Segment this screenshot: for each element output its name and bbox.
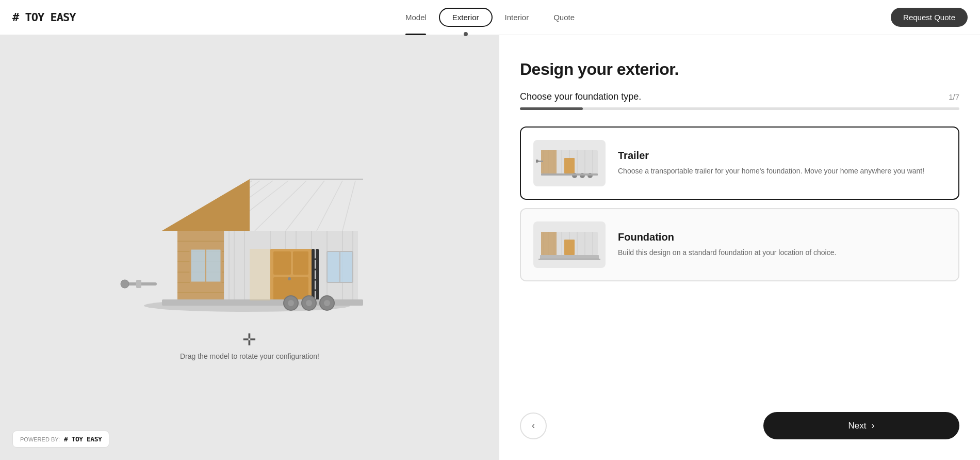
request-quote-button[interactable]: Request Quote — [891, 8, 968, 27]
drag-hint: ✛ Drag the model to rotate your configur… — [180, 331, 319, 360]
svg-rect-36 — [273, 251, 291, 275]
main-layout: ✛ Drag the model to rotate your configur… — [0, 0, 980, 460]
svg-point-2 — [121, 280, 129, 288]
svg-rect-37 — [293, 251, 308, 275]
tab-model-underline — [405, 34, 426, 35]
powered-by-label: POWERED BY: — [20, 436, 60, 442]
back-button[interactable]: ‹ — [520, 413, 547, 439]
trailer-title: Trailer — [618, 150, 946, 162]
svg-point-54 — [306, 300, 312, 306]
trailer-description: Choose a transportable trailer for your … — [618, 166, 946, 177]
bottom-nav: ‹ Next › — [520, 395, 959, 439]
model-3d-view[interactable] — [110, 135, 389, 321]
move-icon: ✛ — [242, 331, 256, 348]
svg-rect-67 — [541, 150, 557, 173]
step-label: Choose your foundation type. — [520, 91, 641, 102]
svg-rect-3 — [136, 280, 141, 288]
svg-marker-34 — [162, 179, 250, 231]
tab-exterior[interactable]: Exterior — [439, 8, 493, 27]
svg-rect-85 — [564, 240, 575, 255]
model-viewer-panel: ✛ Drag the model to rotate your configur… — [0, 35, 499, 460]
svg-point-39 — [288, 277, 291, 280]
foundation-thumbnail — [533, 221, 606, 268]
foundation-info: Foundation Build this design on a standa… — [618, 231, 946, 258]
logo: # TOY EASY — [12, 11, 75, 24]
foundation-option[interactable]: Foundation Build this design on a standa… — [520, 208, 959, 281]
next-label: Next — [848, 421, 867, 431]
next-chevron-icon: › — [871, 420, 874, 431]
powered-by-badge: POWERED BY: # TOY EASY — [12, 431, 109, 448]
progress-track — [520, 107, 959, 110]
model-container: ✛ Drag the model to rotate your configur… — [0, 35, 499, 460]
foundation-title: Foundation — [618, 231, 946, 243]
page-title: Design your exterior. — [520, 60, 959, 79]
svg-point-73 — [536, 160, 538, 163]
header: # TOY EASY Model Exterior Interior Quote… — [0, 0, 980, 35]
trailer-option[interactable]: Trailer Choose a transportable trailer f… — [520, 126, 959, 200]
config-panel: Design your exterior. Choose your founda… — [499, 35, 980, 460]
svg-rect-86 — [540, 255, 599, 259]
next-button[interactable]: Next › — [763, 412, 959, 439]
tab-interior[interactable]: Interior — [492, 9, 541, 26]
svg-rect-45 — [316, 249, 319, 303]
tab-quote[interactable]: Quote — [541, 9, 587, 26]
svg-rect-44 — [312, 249, 315, 303]
trailer-info: Trailer Choose a transportable trailer f… — [618, 150, 946, 177]
svg-rect-68 — [564, 158, 575, 173]
tab-model[interactable]: Model — [393, 9, 439, 26]
tab-exterior-dot — [464, 32, 468, 36]
powered-by-logo: # TOY EASY — [64, 435, 102, 443]
drag-text: Drag the model to rotate your configurat… — [180, 352, 319, 360]
svg-point-56 — [324, 300, 330, 306]
svg-rect-84 — [541, 232, 557, 255]
step-header: Choose your foundation type. 1/7 — [520, 91, 959, 102]
svg-rect-57 — [250, 249, 270, 300]
svg-rect-74 — [541, 173, 598, 176]
step-count: 1/7 — [949, 92, 959, 101]
svg-point-52 — [288, 300, 294, 306]
foundation-description: Build this design on a standard foundati… — [618, 247, 946, 258]
trailer-thumbnail — [533, 140, 606, 186]
nav-tabs: Model Exterior Interior Quote — [393, 8, 587, 27]
progress-fill — [520, 107, 583, 110]
